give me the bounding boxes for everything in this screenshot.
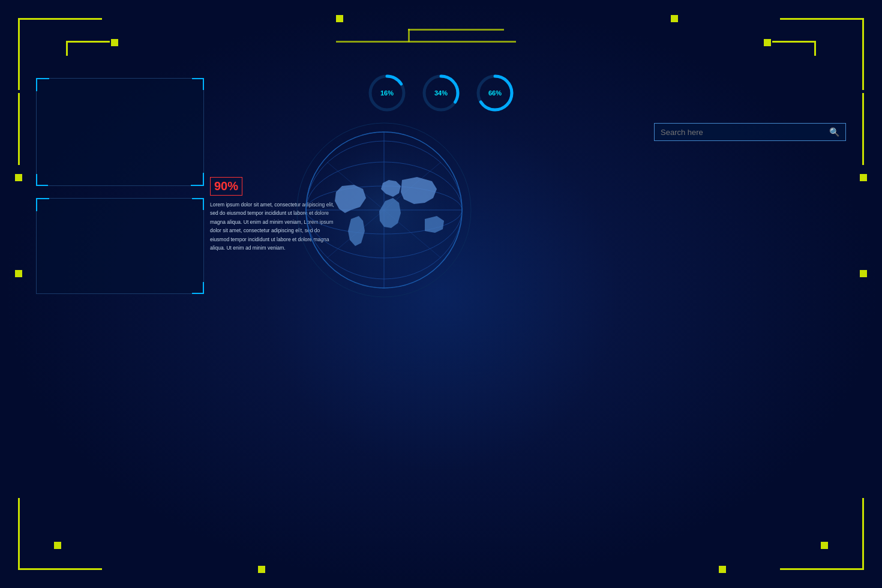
top-meters-container: 16% 34% 66% xyxy=(366,72,516,114)
frame-sq xyxy=(336,15,343,22)
frame-sq xyxy=(860,174,867,181)
deco-tl-h xyxy=(66,18,102,20)
meter-16-label: 16% xyxy=(380,89,394,97)
deco-tr-v xyxy=(862,66,864,90)
frame-line xyxy=(772,41,814,43)
frame-sq xyxy=(111,39,118,46)
corner-bracket-tl xyxy=(18,18,66,66)
circuit-line xyxy=(408,29,410,42)
frame-line xyxy=(66,41,68,56)
corner-bracket-tr xyxy=(816,18,864,66)
meter-34: 34% xyxy=(420,72,462,114)
frame-line xyxy=(68,41,110,43)
frame-sq xyxy=(54,542,61,549)
search-bar[interactable]: 🔍 xyxy=(654,123,846,141)
frame-sq xyxy=(15,174,22,181)
deco-br-v xyxy=(862,498,864,522)
left-panel-bottom xyxy=(36,198,204,294)
deco-br-h xyxy=(780,568,816,570)
deco-tr-h xyxy=(780,18,816,20)
deco-bl-h xyxy=(66,568,102,570)
frame-sq xyxy=(258,566,265,573)
circuit-line xyxy=(408,29,504,31)
center-percentage: 90% xyxy=(214,179,238,193)
meter-66-label: 66% xyxy=(488,89,502,97)
meter-66: 66% xyxy=(474,72,516,114)
deco-tl-v xyxy=(18,66,20,90)
side-line-left xyxy=(18,93,20,165)
frame-sq xyxy=(821,542,828,549)
frame-sq xyxy=(764,39,771,46)
search-icon: 🔍 xyxy=(829,127,839,137)
circuit-line xyxy=(336,41,516,43)
deco-bl-v xyxy=(18,498,20,522)
frame-sq xyxy=(860,270,867,277)
meter-16: 16% xyxy=(366,72,408,114)
frame-line xyxy=(814,41,816,56)
meter-34-label: 34% xyxy=(434,89,448,97)
left-panel-top xyxy=(36,78,204,186)
side-line-right xyxy=(862,93,864,165)
frame-sq xyxy=(671,15,678,22)
frame-sq xyxy=(15,270,22,277)
search-input[interactable] xyxy=(661,128,829,137)
frame-sq xyxy=(719,566,726,573)
hud-container: 16% 34% 66% 🔍 xyxy=(0,0,882,588)
globe-container xyxy=(288,114,480,306)
